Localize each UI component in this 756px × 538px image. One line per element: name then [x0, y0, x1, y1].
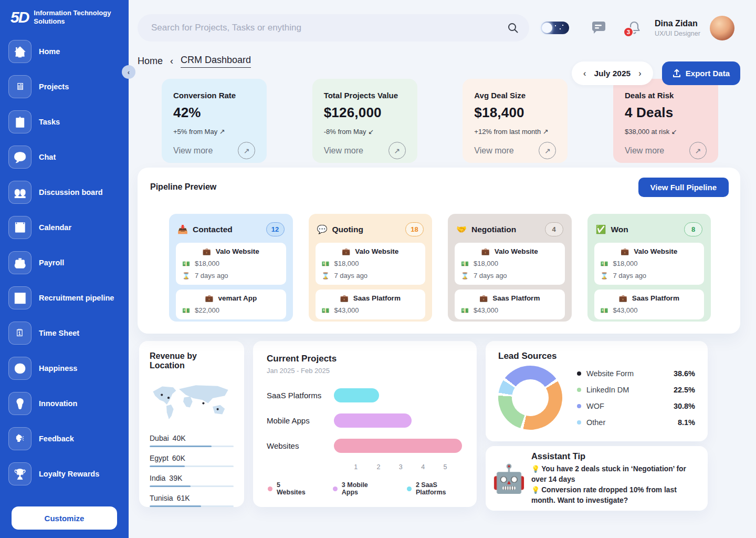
briefcase-icon: 💼: [205, 294, 213, 302]
chevron-left-icon: ‹: [170, 56, 173, 67]
deal-age: 7 days ago: [613, 272, 646, 280]
main-content: 3 Dina Zidan UX/UI Designer Home ‹ CRM D…: [129, 0, 756, 538]
current-projects-card: Current Projects Jan 2025 - Feb 2025 Saa…: [253, 341, 477, 507]
deal-value: $22,000: [195, 306, 219, 314]
deal-card[interactable]: 💼 vemart App 💵 $22,000: [176, 289, 286, 319]
export-data-button[interactable]: Export Data: [662, 61, 740, 85]
view-more-link[interactable]: View more: [474, 146, 513, 156]
deal-card[interactable]: 💼 Saas Platform 💵 $43,000: [594, 289, 705, 319]
search-icon[interactable]: [507, 22, 519, 34]
axis-tick-label: 3: [399, 463, 403, 471]
sidebar-item-label: Projects: [39, 82, 69, 91]
legend-dot: [333, 487, 338, 491]
legend-text: 3 Mobile Apps: [342, 481, 381, 496]
briefcase-icon: 💼: [479, 294, 488, 302]
arrow-up-right-icon[interactable]: ↗: [238, 142, 255, 159]
money-icon: 💵: [601, 307, 608, 314]
project-bar-row: Mobile Apps: [267, 413, 463, 428]
briefcase-icon: 💼: [340, 294, 349, 302]
project-bar-row: SaaS Platforms: [267, 388, 463, 402]
stat-title: Deals at Risk: [625, 91, 707, 100]
sidebar-item-icon-tile: 🏠: [8, 40, 32, 63]
pipeline-column: 📥 Contacted 12 💼 Valo Website 💵 $18,000 …: [169, 214, 293, 322]
pipeline-section: Pipeline Preview View Full Pipeline 📥 Co…: [138, 168, 740, 334]
location-bar-fill: [150, 446, 212, 447]
lead-sources-title: Lead Sources: [498, 351, 695, 361]
sidebar-item[interactable]: 👥 Discussion board: [8, 181, 120, 204]
location-bar-track: [150, 505, 234, 507]
bottom-row: Revenue by Location Dubai 40K: [139, 341, 740, 511]
search-input[interactable]: [151, 23, 507, 33]
axis-tick-label: 1: [354, 463, 358, 471]
sidebar-item[interactable]: 😊 Happiness: [8, 357, 120, 380]
lead-source-label: Website Form: [586, 369, 668, 378]
lead-legend-row: WOF 30.8%: [577, 402, 695, 410]
month-picker: ‹ July 2025 ›: [572, 61, 653, 85]
pipeline-columns: 📥 Contacted 12 💼 Valo Website 💵 $18,000 …: [169, 214, 711, 322]
sidebar-item[interactable]: 🏆 Loyalty Rewards: [8, 462, 120, 485]
sidebar-item-icon-tile: 📅: [8, 216, 32, 239]
sidebar-item[interactable]: 👛 Payroll: [8, 251, 120, 274]
deal-card[interactable]: 💼 Saas Platform 💵 $43,000: [316, 289, 426, 319]
stat-cards: Conversion Rate 42% +5% from May ↗ View …: [162, 79, 718, 163]
sidebar-item[interactable]: 📋 Tasks: [8, 110, 120, 133]
location-value: 60K: [172, 454, 185, 462]
messages-button[interactable]: [591, 22, 605, 35]
deal-card[interactable]: 💼 Valo Website 💵 $18,000 ⌛ 7 days ago: [176, 243, 286, 285]
sidebar-item-icon-tile: 😊: [8, 357, 32, 380]
month-label: July 2025: [594, 69, 631, 78]
next-month-button[interactable]: ›: [638, 69, 641, 78]
legend-text: 5 Websites: [277, 481, 307, 496]
sidebar-item[interactable]: 💬 Chat: [8, 146, 120, 169]
arrow-up-right-icon[interactable]: ↗: [388, 142, 406, 159]
deal-card[interactable]: 💼 Valo Website 💵 $18,000 ⌛ 7 days ago: [594, 243, 705, 285]
lead-source-percent: 30.8%: [674, 402, 695, 410]
view-more-link[interactable]: View more: [324, 146, 363, 156]
avatar[interactable]: [710, 16, 734, 40]
stat-title: Avg Deal Size: [474, 91, 556, 100]
arrow-up-right-icon[interactable]: ↗: [689, 142, 707, 159]
sidebar-item-label: Recruitment pipeline: [39, 294, 114, 302]
breadcrumb-current[interactable]: CRM Dashboard: [181, 55, 251, 68]
deal-age: 7 days ago: [474, 272, 507, 280]
deal-value: $43,000: [334, 306, 359, 314]
breadcrumb-home[interactable]: Home: [138, 56, 163, 67]
sidebar-item[interactable]: 💡 Innovation: [8, 392, 120, 415]
deal-card[interactable]: 💼 Valo Website 💵 $18,000 ⌛ 7 days ago: [455, 243, 565, 285]
dark-mode-toggle[interactable]: [541, 22, 569, 34]
notifications-button[interactable]: 3: [627, 20, 641, 35]
pipeline-column: 🤝 Negotiation 4 💼 Valo Website 💵 $18,000…: [448, 214, 572, 322]
money-icon: 💵: [322, 307, 330, 314]
sidebar-item[interactable]: 🗓 Time Sheet: [8, 322, 120, 345]
axis-tick-label: 2: [376, 463, 380, 471]
sidebar-item[interactable]: 🗣 Feedback: [8, 427, 120, 450]
legend-dot: [268, 487, 272, 491]
deal-card[interactable]: 💼 Valo Website 💵 $18,000 ⌛ 7 days ago: [316, 243, 426, 285]
legend-item: 2 SaaS Platforms: [407, 481, 463, 496]
sidebar-item[interactable]: 🏠 Home: [8, 40, 120, 63]
sidebar-item[interactable]: 📈 Recruitment pipeline: [8, 286, 120, 309]
sidebar-item-label: Innovation: [39, 399, 77, 408]
location-bar-track: [150, 485, 234, 487]
legend-item: 3 Mobile Apps: [333, 481, 381, 496]
assistant-title: Assistant Tip: [531, 451, 698, 461]
customize-button[interactable]: Customize: [12, 506, 117, 530]
arrow-up-right-icon[interactable]: ↗: [539, 142, 556, 159]
sidebar-item-label: Tasks: [39, 118, 60, 126]
toggle-knob: [542, 23, 552, 33]
deal-value: $43,000: [474, 306, 498, 314]
legend-item: 5 Websites: [268, 481, 307, 496]
deal-card[interactable]: 💼 Saas Platform 💵 $43,000: [455, 289, 565, 319]
lead-sources-card: Lead Sources Website Form 38.6% LinkedIn…: [486, 341, 708, 441]
view-full-pipeline-button[interactable]: View Full Pipeline: [638, 178, 729, 197]
user-role: UX/UI Designer: [655, 30, 700, 37]
sidebar-item[interactable]: 📅 Calendar: [8, 216, 120, 239]
sidebar-item[interactable]: 🖥 Projects: [8, 75, 120, 98]
stat-value: 4 Deals: [625, 105, 707, 121]
hourglass-icon: ⌛: [322, 272, 330, 280]
sidebar-item-icon-tile: 🖥: [8, 75, 32, 98]
view-more-link[interactable]: View more: [173, 146, 213, 156]
sidebar-collapse-button[interactable]: ‹: [122, 65, 135, 79]
view-more-link[interactable]: View more: [625, 146, 664, 156]
prev-month-button[interactable]: ‹: [583, 69, 586, 78]
